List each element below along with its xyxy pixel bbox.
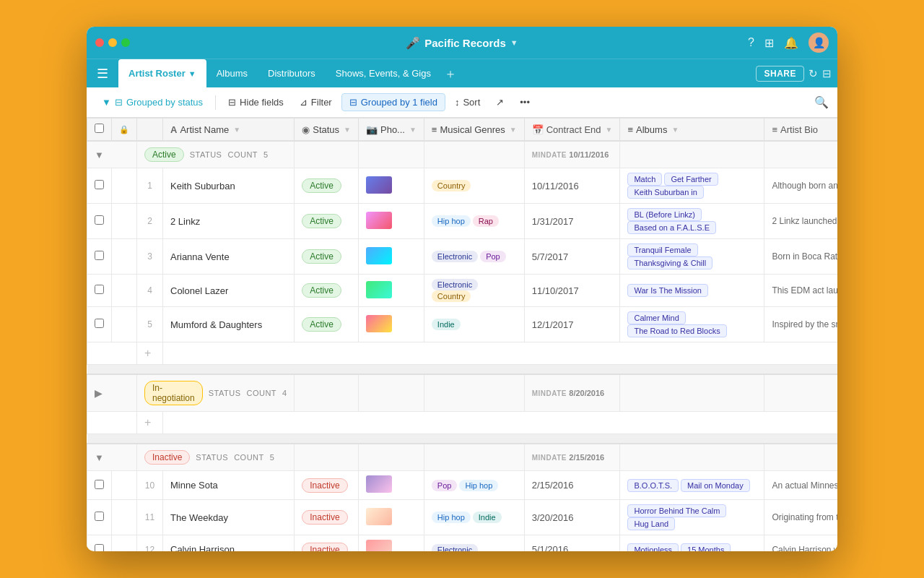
table-row[interactable]: 4 Colonel Lazer Active ElectronicCountry… (87, 275, 838, 307)
toolbar-search[interactable]: 🔍 (814, 95, 829, 109)
filter-button[interactable]: ⊿ Filter (293, 94, 339, 111)
row-photo-cell[interactable] (358, 275, 424, 307)
minimize-button[interactable] (108, 38, 117, 47)
row-checkbox-cell[interactable] (87, 307, 112, 342)
row-checkbox-cell[interactable] (87, 239, 112, 275)
row-checkbox[interactable] (95, 180, 104, 189)
group-toggle-cell[interactable]: ▼ (87, 141, 137, 168)
group-toggle-icon[interactable]: ▼ (95, 452, 104, 463)
table-row[interactable]: 1 Keith Suburban Active Country 10/11/20… (87, 168, 838, 204)
row-checkbox[interactable] (95, 251, 104, 260)
albums-sort-icon[interactable]: ▼ (671, 126, 679, 134)
table-row[interactable]: 11 The Weekday Inactive Hip hopIndie 3/2… (87, 500, 838, 535)
col-musical-genres[interactable]: ≡ Musical Genres ▼ (424, 118, 524, 142)
col-checkbox[interactable] (87, 118, 112, 142)
status-sort-icon[interactable]: ▼ (344, 126, 351, 134)
row-checkbox[interactable] (95, 480, 104, 489)
hamburger-icon[interactable]: ☰ (92, 66, 113, 82)
add-row[interactable]: + (87, 412, 838, 434)
maximize-button[interactable] (121, 38, 130, 47)
toolbar-group-toggle[interactable]: ▼ ⊟ Grouped by status (95, 94, 209, 111)
row-checkbox[interactable] (95, 215, 104, 225)
layout-icon[interactable]: ⊟ (822, 67, 832, 80)
col-artist-bio[interactable]: ≡ Artist Bio (764, 118, 837, 142)
row-artist-name[interactable]: 2 Linkz (163, 204, 295, 239)
artist-name-sort-icon[interactable]: ▼ (233, 126, 240, 134)
group-toggle-icon[interactable]: ▶ (95, 388, 102, 399)
group-empty-4 (620, 444, 764, 471)
row-checkbox[interactable] (95, 285, 104, 294)
row-checkbox-cell[interactable] (87, 275, 112, 307)
col-photo[interactable]: 📷 Pho... ▼ (358, 118, 424, 142)
tab-distributors[interactable]: Distributors (258, 59, 326, 88)
help-icon[interactable]: ? (748, 36, 754, 49)
row-albums-cell: Horror Behind The CalmHug Land (620, 500, 764, 535)
table-row[interactable]: 5 Mumford & Daughters Active Indie 12/1/… (87, 307, 838, 342)
bell-icon[interactable]: 🔔 (784, 36, 798, 50)
row-checkbox-cell[interactable] (87, 535, 112, 552)
table-row[interactable]: 3 Arianna Vente Active ElectronicPop 5/7… (87, 239, 838, 275)
photo-sort-icon[interactable]: ▼ (409, 126, 417, 134)
titlebar: 🎤 Pacific Records ▼ ? ⊞ 🔔 👤 (87, 27, 837, 59)
add-row-plus[interactable]: + (137, 342, 163, 365)
table-row[interactable]: 10 Minne Sota Inactive PopHip hop 2/15/2… (87, 471, 838, 500)
row-checkbox[interactable] (95, 319, 104, 328)
row-artist-name[interactable]: The Weekday (163, 500, 295, 535)
group-status-badge: Active (144, 147, 184, 162)
more-button[interactable]: ••• (513, 94, 536, 111)
grouped-button[interactable]: ⊟ Grouped by 1 field (341, 93, 445, 111)
row-photo-cell[interactable] (358, 307, 424, 342)
hide-fields-button[interactable]: ⊟ Hide fields (222, 94, 290, 111)
group-view-label: Grouped by status (126, 97, 203, 108)
row-checkbox-cell[interactable] (87, 204, 112, 239)
row-checkbox[interactable] (95, 544, 104, 552)
export-button[interactable]: ↗ (489, 94, 510, 111)
tab-artist-roster[interactable]: Artist Roster ▼ (118, 59, 206, 88)
genre-chip: Country (432, 290, 471, 302)
row-checkbox[interactable] (95, 512, 104, 521)
sort-button[interactable]: ↕ Sort (448, 94, 487, 111)
group-toggle-cell[interactable]: ▼ (87, 444, 137, 471)
row-checkbox-cell[interactable] (87, 168, 112, 204)
avatar[interactable]: 👤 (808, 33, 829, 53)
row-artist-name[interactable]: Minne Sota (163, 471, 295, 500)
row-checkbox-cell[interactable] (87, 471, 112, 500)
table-row[interactable]: 2 2 Linkz Active Hip hopRap 1/31/2017 BL… (87, 204, 838, 239)
row-photo-cell[interactable] (358, 239, 424, 275)
genre-chip: Hip hop (432, 512, 471, 523)
add-row-plus[interactable]: + (137, 412, 163, 434)
refresh-icon[interactable]: ↻ (808, 67, 818, 80)
share-button[interactable]: SHARE (756, 66, 804, 82)
add-row[interactable]: + (87, 342, 838, 365)
row-photo-cell[interactable] (358, 471, 424, 500)
group-toggle-icon[interactable]: ▼ (95, 150, 104, 160)
close-button[interactable] (95, 38, 104, 47)
title-dropdown-icon[interactable]: ▼ (510, 38, 518, 47)
row-artist-name[interactable]: Mumford & Daughters (163, 307, 295, 342)
row-photo-cell[interactable] (358, 204, 424, 239)
row-photo-cell[interactable] (358, 535, 424, 552)
app-window: 🎤 Pacific Records ▼ ? ⊞ 🔔 👤 ☰ Artist Ros… (87, 27, 837, 551)
row-photo-cell[interactable] (358, 500, 424, 535)
row-artist-name[interactable]: Colonel Lazer (163, 275, 295, 307)
search-icon[interactable]: 🔍 (814, 96, 829, 108)
row-genre-cell: Hip hopRap (424, 204, 524, 239)
grid-icon[interactable]: ⊞ (764, 36, 774, 50)
tab-shows[interactable]: Shows, Events, & Gigs (326, 59, 441, 88)
contract-sort-icon[interactable]: ▼ (606, 126, 613, 134)
add-tab-icon[interactable]: ＋ (444, 65, 457, 82)
col-status[interactable]: ◉ Status ▼ (295, 118, 359, 142)
row-artist-name[interactable]: Arianna Vente (163, 239, 295, 275)
col-contract-end[interactable]: 📅 Contract End ▼ (524, 118, 620, 142)
table-row[interactable]: 12 Calvin Harrison Inactive Electronic 5… (87, 535, 838, 552)
tab-albums[interactable]: Albums (206, 59, 258, 88)
col-artist-name[interactable]: A Artist Name ▼ (163, 118, 295, 142)
row-artist-name[interactable]: Calvin Harrison (163, 535, 295, 552)
group-toggle-cell[interactable]: ▶ (87, 374, 137, 412)
genre-sort-icon[interactable]: ▼ (510, 126, 517, 134)
row-photo-cell[interactable] (358, 168, 424, 204)
col-albums[interactable]: ≡ Albums ▼ (620, 118, 764, 142)
row-artist-name[interactable]: Keith Suburban (163, 168, 295, 204)
row-checkbox-cell[interactable] (87, 500, 112, 535)
select-all-checkbox[interactable] (95, 124, 104, 133)
